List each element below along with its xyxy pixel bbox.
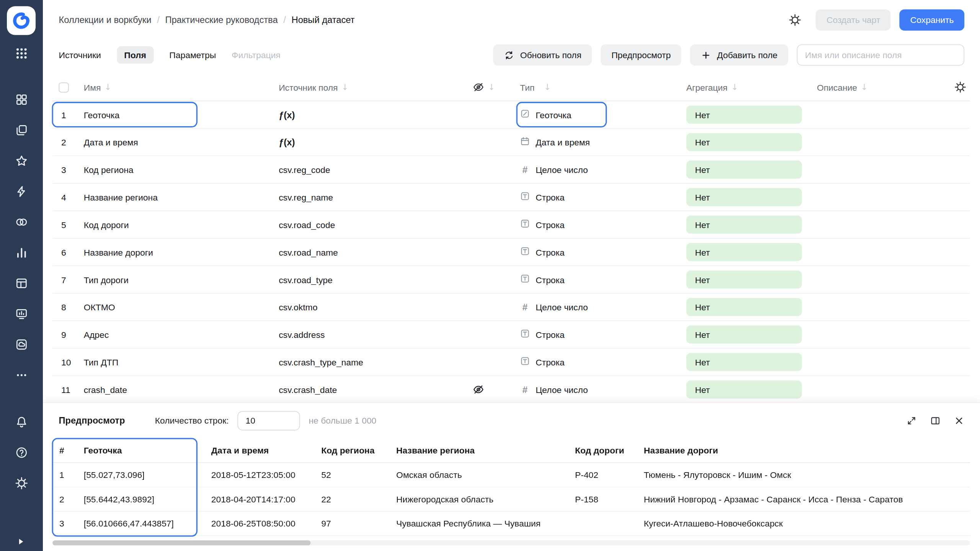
field-name-cell[interactable]: crash_date [77, 385, 272, 395]
field-type-cell[interactable]: Строка [510, 274, 680, 285]
field-type-cell[interactable]: #Целое число [510, 164, 680, 175]
column-header-name[interactable]: Имя ↓ [77, 82, 272, 92]
breadcrumb-separator [157, 15, 160, 25]
column-header-type[interactable]: Тип ↓ [510, 82, 680, 92]
aggregation-select[interactable]: Нет [686, 133, 802, 151]
sort-arrow-icon: ↓ [544, 83, 551, 92]
breadcrumb-item-guides[interactable]: Практические руководства [165, 15, 278, 25]
column-header-description[interactable]: Описание ↓ [811, 82, 945, 92]
aggregation-select[interactable]: Нет [686, 106, 802, 124]
create-chart-button[interactable]: Создать чарт [816, 9, 891, 31]
field-type-cell[interactable]: Строка [510, 191, 680, 203]
field-aggregation-cell: Нет [680, 326, 811, 344]
field-name-cell[interactable]: Геоточка [77, 110, 272, 120]
play-icon[interactable] [16, 536, 27, 548]
cloud-box-icon[interactable] [14, 337, 29, 352]
close-icon[interactable] [954, 415, 964, 426]
horizontal-scrollbar[interactable] [52, 540, 970, 545]
field-type-label: Дата и время [536, 137, 590, 147]
panel-right-icon[interactable] [930, 415, 941, 426]
bell-icon[interactable] [14, 414, 29, 429]
tab-fields[interactable]: Поля [117, 46, 154, 64]
column-header-hidden[interactable]: ↓ [460, 81, 510, 93]
field-type-cell[interactable]: #Целое число [510, 384, 680, 395]
gear-icon[interactable] [14, 475, 29, 490]
aggregation-select[interactable]: Нет [686, 243, 802, 261]
aggregation-select[interactable]: Нет [686, 161, 802, 179]
four-squares-icon[interactable] [14, 92, 29, 107]
tab-sources[interactable]: Источники [59, 46, 101, 64]
field-name-cell[interactable]: Название дороги [77, 247, 272, 257]
apps-grid-icon[interactable] [14, 46, 29, 60]
field-search-input[interactable] [797, 44, 965, 66]
row-number: 11 [52, 385, 77, 395]
aggregation-select[interactable]: Нет [686, 298, 802, 316]
aggregation-select[interactable]: Нет [686, 380, 802, 398]
field-name-cell[interactable]: Название региона [77, 192, 272, 202]
field-type-cell[interactable]: Строка [510, 356, 680, 368]
save-button[interactable]: Сохранить [900, 9, 964, 31]
table-settings-gear-icon[interactable] [954, 81, 966, 93]
aggregation-select[interactable]: Нет [686, 215, 802, 233]
preview-column-header: Дата и время [204, 445, 314, 455]
breadcrumb-item-collections[interactable]: Коллекции и воркбуки [59, 15, 151, 25]
scrollbar-thumb[interactable] [52, 540, 310, 545]
field-type-cell[interactable]: Геоточка [510, 109, 680, 121]
column-header-aggregation[interactable]: Агрегация ↓ [680, 82, 811, 92]
field-aggregation-cell: Нет [680, 106, 811, 124]
stacked-squares-icon[interactable] [14, 122, 29, 137]
field-source-cell: csv.road_code [273, 220, 460, 230]
settings-gear-icon[interactable] [788, 13, 802, 27]
row-count-input[interactable] [237, 411, 300, 430]
add-field-button[interactable]: Добавить поле [690, 44, 788, 66]
aggregation-select[interactable]: Нет [686, 353, 802, 371]
field-visibility-cell[interactable] [460, 383, 510, 395]
field-name-cell[interactable]: Тип ДТП [77, 357, 272, 367]
field-row: 6Название дорогиcsv.road_nameСтрокаНет [52, 239, 970, 266]
hash-icon: # [520, 164, 530, 175]
tab-parameters[interactable]: Параметры [169, 46, 216, 64]
select-all-cell [52, 82, 77, 92]
row-number: 8 [52, 302, 77, 312]
column-header-source[interactable]: Источник поля ↓ [273, 82, 460, 92]
field-type-cell[interactable]: Строка [510, 246, 680, 258]
field-type-cell[interactable]: Строка [510, 329, 680, 341]
preview-column-header: Код региона [314, 445, 389, 455]
row-number: 5 [52, 220, 77, 230]
preview-toggle-button[interactable]: Предпросмотр [601, 44, 681, 66]
datalens-logo[interactable] [7, 6, 36, 35]
refresh-fields-button[interactable]: Обновить поля [493, 44, 592, 66]
field-row: 10Тип ДТПcsv.crash_type_nameСтрокаНет [52, 349, 970, 376]
lightning-icon[interactable] [14, 184, 29, 199]
field-type-cell[interactable]: #Целое число [510, 302, 680, 313]
field-row: 9Адресcsv.addressСтрокаНет [52, 321, 970, 349]
select-all-checkbox[interactable] [59, 82, 69, 92]
star-icon[interactable] [14, 153, 29, 168]
field-name-cell[interactable]: Адрес [77, 329, 272, 339]
question-icon[interactable] [14, 445, 29, 460]
aggregation-select[interactable]: Нет [686, 326, 802, 344]
dataset-tabs: ИсточникиПоляПараметрыФильтрация [59, 46, 280, 64]
field-type-cell[interactable]: Строка [510, 218, 680, 230]
preview-column-header: # [52, 445, 77, 455]
field-name-cell[interactable]: Тип дороги [77, 275, 272, 285]
refresh-icon [504, 50, 514, 60]
field-aggregation-cell: Нет [680, 215, 811, 233]
ellipsis-icon[interactable] [14, 367, 29, 382]
table-grid-icon[interactable] [14, 276, 29, 290]
aggregation-select[interactable]: Нет [686, 188, 802, 206]
field-type-cell[interactable]: Дата и время [510, 136, 680, 148]
monitor-chart-icon[interactable] [14, 306, 29, 321]
expand-icon[interactable] [906, 415, 917, 426]
field-name-cell[interactable]: Код региона [77, 165, 272, 174]
overlapping-circles-icon[interactable] [14, 214, 29, 229]
field-name-cell[interactable]: ОКТМО [77, 302, 272, 312]
preview-column-header: Название региона [389, 445, 568, 455]
bar-chart-icon[interactable] [14, 245, 29, 260]
field-name-cell[interactable]: Код дороги [77, 220, 272, 230]
aggregation-select[interactable]: Нет [686, 271, 802, 289]
field-type-label: Строка [536, 192, 565, 202]
string-icon [520, 246, 530, 258]
field-name-cell[interactable]: Дата и время [77, 137, 272, 147]
add-field-label: Добавить поле [717, 50, 777, 60]
